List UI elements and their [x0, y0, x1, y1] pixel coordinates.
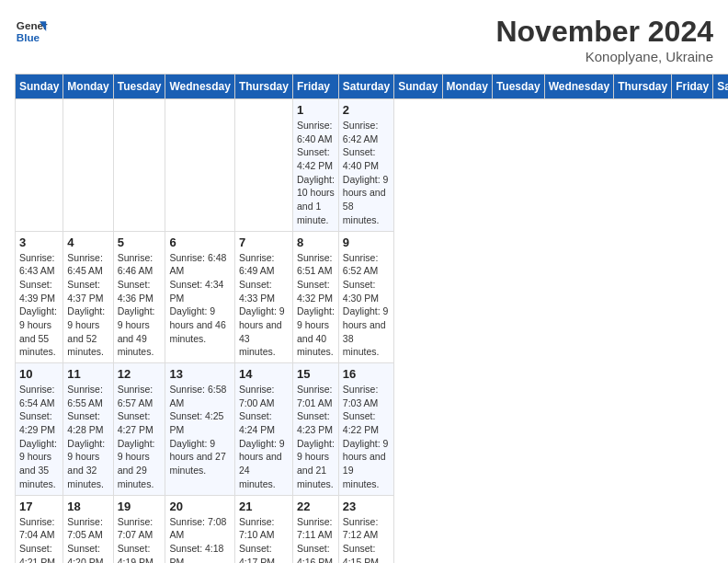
calendar-cell: 5Sunrise: 6:46 AMSunset: 4:36 PMDaylight…	[113, 231, 165, 363]
day-info: Sunrise: 6:40 AMSunset: 4:42 PMDaylight:…	[297, 119, 335, 227]
month-title: November 2024	[495, 15, 713, 49]
calendar-cell	[16, 99, 63, 232]
calendar-cell: 12Sunrise: 6:57 AMSunset: 4:27 PMDayligh…	[113, 363, 165, 496]
header-wednesday: Wednesday	[544, 75, 613, 99]
day-info: Sunrise: 7:08 AMSunset: 4:18 PMDaylight:…	[169, 515, 230, 564]
calendar-cell: 9Sunrise: 6:52 AMSunset: 4:30 PMDaylight…	[338, 231, 393, 363]
day-number: 13	[169, 367, 230, 381]
header-thursday: Thursday	[234, 75, 292, 99]
header-friday: Friday	[672, 75, 713, 99]
day-info: Sunrise: 6:58 AMSunset: 4:25 PMDaylight:…	[169, 383, 230, 477]
header-tuesday: Tuesday	[113, 75, 165, 99]
header-monday: Monday	[442, 75, 492, 99]
header-sunday: Sunday	[16, 75, 63, 99]
logo-icon: General Blue	[15, 15, 48, 48]
day-info: Sunrise: 6:46 AMSunset: 4:36 PMDaylight:…	[118, 251, 162, 360]
day-info: Sunrise: 7:11 AMSunset: 4:16 PMDaylight:…	[297, 515, 335, 564]
calendar-cell: 23Sunrise: 7:12 AMSunset: 4:15 PMDayligh…	[338, 495, 393, 563]
calendar-cell: 7Sunrise: 6:49 AMSunset: 4:33 PMDaylight…	[234, 231, 292, 363]
day-info: Sunrise: 6:45 AMSunset: 4:37 PMDaylight:…	[67, 251, 108, 360]
calendar-cell: 10Sunrise: 6:54 AMSunset: 4:29 PMDayligh…	[16, 363, 63, 496]
calendar-cell: 1Sunrise: 6:40 AMSunset: 4:42 PMDaylight…	[292, 99, 338, 232]
calendar-cell: 8Sunrise: 6:51 AMSunset: 4:32 PMDaylight…	[292, 231, 338, 363]
day-info: Sunrise: 7:05 AMSunset: 4:20 PMDaylight:…	[67, 515, 108, 564]
header-saturday: Saturday	[713, 75, 728, 99]
calendar-cell: 11Sunrise: 6:55 AMSunset: 4:28 PMDayligh…	[63, 363, 113, 496]
day-number: 5	[118, 236, 162, 249]
calendar-cell: 19Sunrise: 7:07 AMSunset: 4:19 PMDayligh…	[113, 495, 165, 563]
calendar-cell: 14Sunrise: 7:00 AMSunset: 4:24 PMDayligh…	[234, 363, 292, 496]
day-number: 3	[19, 236, 59, 249]
calendar-cell: 22Sunrise: 7:11 AMSunset: 4:16 PMDayligh…	[292, 495, 338, 563]
page-header: General Blue November 2024 Konoplyane, U…	[15, 15, 713, 64]
day-info: Sunrise: 6:43 AMSunset: 4:39 PMDaylight:…	[19, 251, 59, 360]
calendar-cell: 6Sunrise: 6:48 AMSunset: 4:34 PMDaylight…	[165, 231, 234, 363]
day-info: Sunrise: 7:12 AMSunset: 4:15 PMDaylight:…	[343, 515, 390, 564]
calendar-cell: 15Sunrise: 7:01 AMSunset: 4:23 PMDayligh…	[292, 363, 338, 496]
day-number: 15	[297, 367, 335, 381]
calendar-cell: 21Sunrise: 7:10 AMSunset: 4:17 PMDayligh…	[234, 495, 292, 563]
day-info: Sunrise: 7:10 AMSunset: 4:17 PMDaylight:…	[239, 515, 289, 564]
day-number: 6	[169, 236, 230, 249]
day-info: Sunrise: 7:03 AMSunset: 4:22 PMDaylight:…	[343, 383, 390, 491]
day-info: Sunrise: 6:42 AMSunset: 4:40 PMDaylight:…	[343, 119, 390, 227]
header-sunday: Sunday	[394, 75, 442, 99]
calendar-table: SundayMondayTuesdayWednesdayThursdayFrid…	[15, 74, 728, 563]
day-info: Sunrise: 6:57 AMSunset: 4:27 PMDaylight:…	[118, 383, 162, 491]
day-info: Sunrise: 7:00 AMSunset: 4:24 PMDaylight:…	[239, 383, 289, 491]
day-number: 1	[297, 103, 335, 117]
header-saturday: Saturday	[338, 75, 393, 99]
day-number: 21	[239, 500, 289, 513]
day-number: 16	[343, 367, 390, 381]
header-wednesday: Wednesday	[165, 75, 234, 99]
calendar-header-row: SundayMondayTuesdayWednesdayThursdayFrid…	[16, 75, 729, 99]
location-subtitle: Konoplyane, Ukraine	[495, 49, 713, 64]
day-info: Sunrise: 7:01 AMSunset: 4:23 PMDaylight:…	[297, 383, 335, 491]
calendar-cell	[165, 99, 234, 232]
day-number: 22	[297, 500, 335, 513]
calendar-cell: 20Sunrise: 7:08 AMSunset: 4:18 PMDayligh…	[165, 495, 234, 563]
day-number: 10	[19, 367, 59, 381]
calendar-week-2: 10Sunrise: 6:54 AMSunset: 4:29 PMDayligh…	[16, 363, 729, 496]
day-info: Sunrise: 7:04 AMSunset: 4:21 PMDaylight:…	[19, 515, 59, 564]
calendar-cell: 18Sunrise: 7:05 AMSunset: 4:20 PMDayligh…	[63, 495, 113, 563]
day-number: 18	[67, 500, 108, 513]
day-number: 9	[343, 236, 390, 249]
day-number: 7	[239, 236, 289, 249]
calendar-cell: 3Sunrise: 6:43 AMSunset: 4:39 PMDaylight…	[16, 231, 63, 363]
title-block: November 2024 Konoplyane, Ukraine	[495, 15, 713, 64]
calendar-cell: 13Sunrise: 6:58 AMSunset: 4:25 PMDayligh…	[165, 363, 234, 496]
day-number: 11	[67, 367, 108, 381]
day-number: 14	[239, 367, 289, 381]
calendar-cell	[113, 99, 165, 232]
calendar-cell	[234, 99, 292, 232]
header-thursday: Thursday	[614, 75, 672, 99]
calendar-cell: 2Sunrise: 6:42 AMSunset: 4:40 PMDaylight…	[338, 99, 393, 232]
day-info: Sunrise: 6:49 AMSunset: 4:33 PMDaylight:…	[239, 251, 289, 360]
calendar-cell: 17Sunrise: 7:04 AMSunset: 4:21 PMDayligh…	[16, 495, 63, 563]
header-tuesday: Tuesday	[492, 75, 544, 99]
day-number: 2	[343, 103, 390, 117]
calendar-cell: 16Sunrise: 7:03 AMSunset: 4:22 PMDayligh…	[338, 363, 393, 496]
header-monday: Monday	[63, 75, 113, 99]
logo: General Blue	[15, 15, 48, 48]
calendar-cell: 4Sunrise: 6:45 AMSunset: 4:37 PMDaylight…	[63, 231, 113, 363]
calendar-week-0: 1Sunrise: 6:40 AMSunset: 4:42 PMDaylight…	[16, 99, 729, 232]
day-number: 17	[19, 500, 59, 513]
day-info: Sunrise: 6:55 AMSunset: 4:28 PMDaylight:…	[67, 383, 108, 491]
day-info: Sunrise: 6:52 AMSunset: 4:30 PMDaylight:…	[343, 251, 390, 360]
day-number: 20	[169, 500, 230, 513]
day-info: Sunrise: 6:51 AMSunset: 4:32 PMDaylight:…	[297, 251, 335, 360]
day-info: Sunrise: 6:48 AMSunset: 4:34 PMDaylight:…	[169, 251, 230, 346]
day-info: Sunrise: 7:07 AMSunset: 4:19 PMDaylight:…	[118, 515, 162, 564]
day-number: 19	[118, 500, 162, 513]
svg-text:Blue: Blue	[17, 31, 40, 43]
calendar-cell	[63, 99, 113, 232]
header-friday: Friday	[292, 75, 338, 99]
day-info: Sunrise: 6:54 AMSunset: 4:29 PMDaylight:…	[19, 383, 59, 491]
day-number: 4	[67, 236, 108, 249]
calendar-week-3: 17Sunrise: 7:04 AMSunset: 4:21 PMDayligh…	[16, 495, 729, 563]
day-number: 23	[343, 500, 390, 513]
day-number: 8	[297, 236, 335, 249]
calendar-week-1: 3Sunrise: 6:43 AMSunset: 4:39 PMDaylight…	[16, 231, 729, 363]
